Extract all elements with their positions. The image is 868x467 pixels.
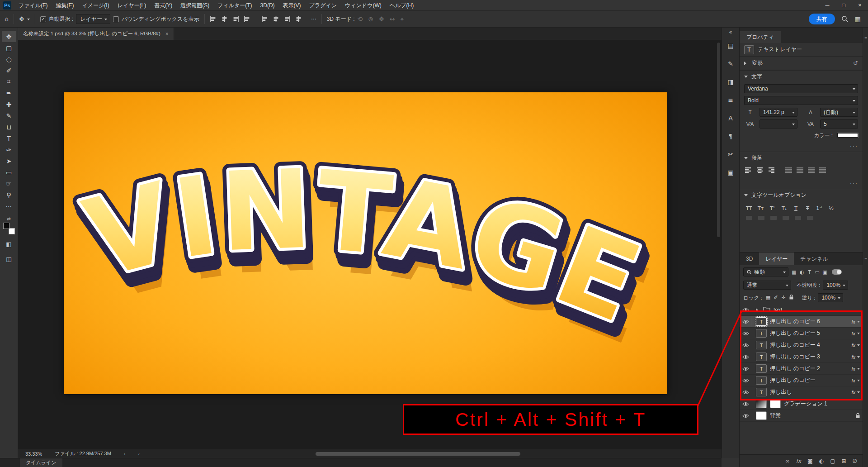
text-color-swatch[interactable] (837, 133, 858, 138)
expand-panels-icon[interactable]: « (729, 29, 732, 35)
menubar-item[interactable]: 書式(Y) (150, 0, 176, 11)
paragraph-align-icon-5[interactable] (797, 167, 803, 175)
fx-expand-icon[interactable] (857, 356, 860, 359)
type-tool-options-header[interactable]: 文字ツールオプション (740, 189, 863, 201)
visibility-eye-icon[interactable] (740, 410, 752, 421)
fx-expand-icon[interactable] (857, 321, 860, 324)
layer-fx-badge[interactable]: fx (851, 331, 855, 336)
home-icon[interactable]: ⌂ (5, 16, 9, 22)
spot-healing-brush-tool[interactable]: ✚ (2, 99, 16, 110)
panel-menu-icon[interactable]: ≡ (863, 257, 868, 261)
layer-fx-badge[interactable]: fx (851, 366, 855, 372)
current-tool-icon[interactable]: ✥ (19, 16, 24, 22)
paragraph-align-icon-1[interactable] (745, 167, 752, 175)
menubar-item[interactable]: レイヤー(L) (113, 0, 151, 11)
lock-option-icon-3[interactable]: ✛ (780, 295, 787, 301)
lock-option-icon-1[interactable]: ▦ (765, 295, 772, 301)
dock-adjustments-panel-icon[interactable]: ◨ (724, 75, 737, 89)
type-option-icon-8[interactable]: ½ (827, 205, 835, 211)
tab-レイヤー[interactable]: レイヤー (759, 253, 794, 265)
leading-dropdown[interactable]: (自動) (820, 108, 858, 117)
close-button[interactable]: ✕ (852, 0, 868, 11)
new-group-icon[interactable]: ▢ (830, 458, 835, 464)
text-layer-thumbnail[interactable]: T (756, 329, 767, 338)
3d-mode-icon-1[interactable]: ⟲ (358, 16, 363, 22)
canvas-horizontal-scrollbar[interactable] (316, 452, 520, 456)
dock-brush-settings-panel-icon[interactable]: ✎ (724, 57, 737, 71)
zoom-tool[interactable]: ⚲ (2, 189, 16, 200)
visibility-eye-icon[interactable] (740, 304, 752, 315)
delete-layer-icon[interactable]: ∅ (853, 458, 857, 464)
adjustment-layer-icon[interactable]: ◐ (819, 458, 824, 464)
tracking-dropdown[interactable]: 5 (820, 119, 858, 129)
background-color-swatch[interactable] (9, 228, 15, 234)
paragraph-align-icon-7[interactable] (819, 167, 826, 175)
tab-close-icon[interactable]: × (165, 31, 169, 37)
move-tool[interactable]: ✥ (2, 31, 16, 42)
lock-all-icon[interactable] (788, 295, 795, 301)
kerning-dropdown[interactable] (760, 119, 797, 129)
hand-tool[interactable]: ☞ (2, 178, 16, 189)
3d-mode-icon-3[interactable]: ✥ (379, 16, 384, 22)
tab-チャンネル[interactable]: チャンネル (794, 253, 834, 265)
status-next-icon[interactable]: › (124, 451, 126, 457)
fx-expand-icon[interactable] (857, 344, 860, 348)
dock-character-panel-icon[interactable]: A (724, 111, 737, 125)
text-layer-thumbnail[interactable]: T (756, 353, 767, 361)
document-canvas[interactable]: VINTAGE VINTAGE VINTAGE VINTAGE VINTAGE … (64, 92, 667, 394)
layer-fx-badge[interactable]: fx (851, 354, 855, 360)
layer-row[interactable]: T押し出し のコピー 6fx (740, 316, 863, 328)
panel-menu-icon[interactable]: ≡ (863, 36, 868, 40)
distribute-icon-2[interactable] (273, 16, 279, 22)
layer-row[interactable]: グラデーション 1 (740, 398, 863, 410)
new-layer-icon[interactable]: ⊞ (841, 458, 846, 464)
layer-row[interactable]: T押し出し のコピー 4fx (740, 339, 863, 351)
text-layer-thumbnail[interactable]: T (756, 317, 767, 326)
type-option-icon-1[interactable]: TT (745, 205, 753, 211)
visibility-eye-icon[interactable] (740, 339, 752, 351)
layer-fx-badge[interactable]: fx (851, 390, 855, 395)
filter-kind-icon-1[interactable]: ▦ (790, 269, 798, 275)
timeline-tab[interactable]: タイムライン (20, 458, 62, 467)
type-tool[interactable]: T (2, 133, 16, 144)
menubar-item[interactable]: プラグイン (305, 0, 341, 11)
link-layers-icon[interactable]: ∞ (785, 458, 790, 464)
layer-row[interactable]: T押し出し のコピー 5fx (740, 328, 863, 339)
menubar-item[interactable]: イメージ(I) (78, 0, 113, 11)
menubar-item[interactable]: ファイル(F) (14, 0, 52, 11)
opacity-dropdown[interactable]: 100% (823, 281, 848, 290)
zoom-level[interactable]: 33.33% (25, 451, 42, 457)
visibility-eye-icon[interactable] (740, 398, 752, 410)
reset-transform-icon[interactable]: ↺ (853, 60, 858, 67)
fx-expand-icon[interactable] (857, 333, 860, 336)
paragraph-align-icon-2[interactable] (756, 167, 763, 175)
visibility-eye-icon[interactable] (740, 386, 752, 398)
dock-paragraph-panel-icon[interactable]: ¶ (724, 129, 737, 143)
character-section-header[interactable]: 文字 (740, 70, 863, 83)
layer-fx-badge[interactable]: fx (851, 378, 855, 383)
paragraph-more-options-icon[interactable]: ··· (850, 180, 858, 186)
rectangle-tool[interactable]: ▭ (2, 167, 16, 178)
dock-swatches-panel-icon[interactable]: ▤ (724, 39, 737, 52)
visibility-eye-icon[interactable] (740, 363, 752, 374)
chevron-down-icon[interactable] (744, 194, 748, 198)
align-icon-3[interactable] (232, 16, 239, 22)
swap-colors-icon[interactable]: ⇄ (7, 216, 10, 221)
layer-mask-thumbnail[interactable] (770, 400, 781, 408)
character-more-options-icon[interactable]: ··· (850, 143, 858, 149)
share-button[interactable]: 共有 (809, 14, 835, 24)
align-icon-4[interactable] (244, 16, 250, 22)
fx-expand-icon[interactable] (857, 391, 860, 395)
eyedropper-tool[interactable]: ✒ (2, 87, 16, 99)
visibility-eye-icon[interactable] (740, 351, 752, 362)
text-layer-thumbnail[interactable]: T (756, 364, 767, 373)
layer-row[interactable]: T押し出し のコピー 2fx (740, 363, 863, 375)
group-expand-icon[interactable] (756, 308, 760, 312)
auto-select-checkbox[interactable]: ✓ (40, 16, 46, 22)
path-selection-tool[interactable]: ➤ (2, 155, 16, 167)
rectangular-marquee-tool[interactable]: ▢ (2, 42, 16, 53)
canvas-vertical-scrollbar[interactable] (717, 43, 720, 237)
filter-kind-icon-4[interactable]: ▭ (813, 269, 821, 275)
quick-selection-tool[interactable]: ✐ (2, 65, 16, 76)
distribute-icon-1[interactable] (261, 16, 268, 22)
